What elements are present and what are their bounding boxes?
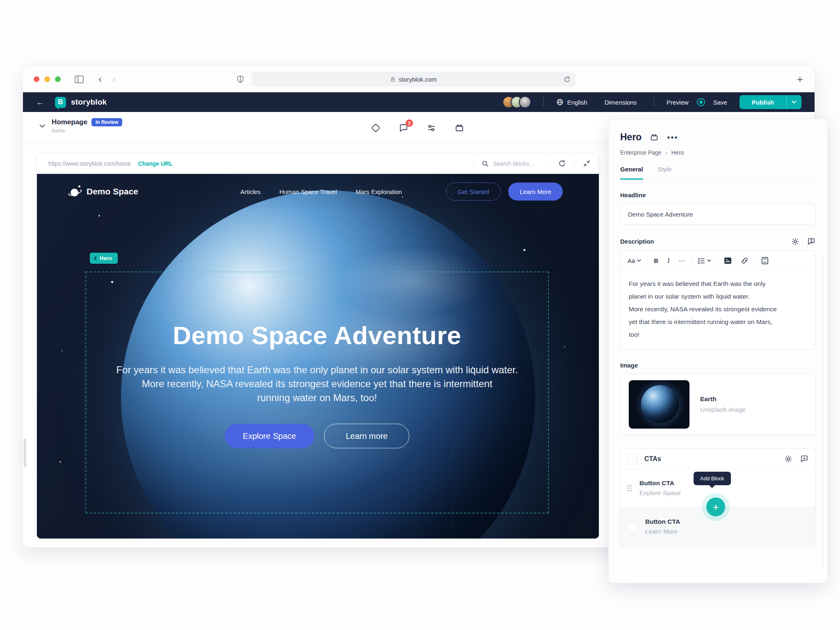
back-button[interactable]: ‹	[98, 74, 102, 84]
block-icon[interactable]	[650, 133, 659, 142]
preview-url: https://www.storyblok.com/home	[48, 160, 131, 167]
add-comment-icon[interactable]: +	[800, 454, 809, 463]
explore-space-button[interactable]: Explore Space	[225, 424, 314, 448]
reload-icon[interactable]	[564, 76, 571, 83]
ctas-label: CTAs	[644, 455, 661, 463]
search-blocks-input[interactable]	[493, 160, 541, 167]
more-options-icon[interactable]: •••	[667, 135, 678, 139]
sidebar-toggle-icon[interactable]	[75, 75, 84, 83]
visual-editor-card: https://www.storyblok.com/home Change UR…	[37, 153, 599, 539]
headline-label: Headline	[620, 192, 816, 199]
collaborator-avatars[interactable]	[502, 96, 531, 108]
field-comment-icon[interactable]: 2	[807, 237, 816, 246]
storyblok-logo[interactable]: B	[55, 97, 66, 108]
insert-link-button[interactable]	[736, 257, 753, 265]
maximize-button[interactable]	[55, 76, 61, 82]
image-asset-card[interactable]: Earth Unsplash image	[620, 374, 816, 435]
refresh-preview-button[interactable]	[550, 153, 574, 173]
publish-menu-button[interactable]	[786, 95, 801, 109]
cta-checkbox[interactable]	[627, 521, 638, 532]
lock-icon	[390, 76, 396, 82]
storyblok-wordmark: storyblok	[71, 98, 107, 107]
page-title-block[interactable]: Homepage In Review home	[52, 118, 122, 134]
change-url-link[interactable]: Change URL	[138, 160, 173, 167]
headline-input[interactable]	[620, 203, 816, 225]
nav-link-mars-exploration[interactable]: Mars Exploration	[356, 188, 402, 195]
minimize-button[interactable]	[44, 76, 50, 82]
save-button[interactable]: Save	[713, 99, 727, 106]
learn-more-hero-button[interactable]: Learn more	[324, 424, 409, 448]
cta-value: Explore Space	[639, 489, 681, 497]
traffic-lights	[34, 76, 61, 82]
italic-button[interactable]: I	[663, 257, 674, 265]
more-formatting-button[interactable]: ⋯	[674, 257, 689, 265]
site-brand[interactable]: Demo Space	[69, 185, 138, 198]
list-dropdown[interactable]	[693, 258, 716, 264]
forward-button[interactable]: ›	[112, 74, 116, 84]
star	[62, 350, 63, 352]
comments-count-badge: 2	[406, 119, 413, 127]
ctas-card: CTAs +	[620, 448, 816, 547]
star	[59, 461, 61, 463]
hero-block-selection[interactable]: Demo Space Adventure For years it was be…	[85, 272, 549, 514]
gear-icon[interactable]	[784, 455, 792, 463]
close-button[interactable]	[34, 76, 39, 82]
learn-more-nav-button[interactable]: Learn More	[508, 183, 563, 201]
breadcrumb-parent[interactable]: Enterprise Page	[620, 149, 661, 156]
block-edit-panel: Hero ••• Enterprise Page › Hero General …	[608, 119, 828, 583]
description-value[interactable]: For years it was believed that Earth was…	[621, 271, 815, 349]
embed-block-button[interactable]	[757, 257, 773, 265]
collapse-view-button[interactable]	[575, 153, 599, 173]
tab-general[interactable]: General	[620, 166, 643, 180]
site-navbar: Demo Space Articles Human Space Travel M…	[37, 174, 599, 209]
image-name: Earth	[700, 395, 746, 403]
nav-link-articles[interactable]: Articles	[240, 188, 260, 195]
comments-icon[interactable]: 2	[399, 123, 409, 133]
search-blocks[interactable]	[473, 160, 550, 167]
add-block-tooltip: Add Block	[694, 472, 731, 485]
editor-url-bar: https://www.storyblok.com/home Change UR…	[37, 153, 599, 174]
text-style-dropdown[interactable]: Aa	[623, 257, 646, 264]
preview-label[interactable]: Preview	[667, 99, 688, 106]
divider	[543, 97, 544, 107]
tab-style[interactable]: Style	[658, 166, 671, 180]
page-chevron-down-icon[interactable]	[39, 124, 45, 128]
gear-icon[interactable]	[791, 237, 799, 246]
rte-toolbar: Aa B I ⋯	[621, 251, 815, 271]
avatar[interactable]	[519, 96, 531, 108]
publish-split-button: Publish	[740, 95, 801, 109]
panel-scrollbar[interactable]	[823, 255, 824, 566]
preview-toggle[interactable]	[697, 98, 705, 106]
drag-handle-icon[interactable]	[627, 484, 632, 492]
dimensions-button[interactable]: Dimensions	[605, 99, 637, 106]
settings-sliders-icon[interactable]	[427, 123, 436, 133]
block-library-icon[interactable]	[454, 123, 464, 133]
site-nav-buttons: Get Started Learn More	[446, 183, 563, 201]
page-slug: home	[52, 128, 122, 134]
privacy-shield-icon[interactable]	[236, 74, 244, 84]
breadcrumb: Enterprise Page › Hero	[620, 149, 816, 156]
address-bar[interactable]: storyblok.com	[251, 72, 575, 87]
site-nav-links: Articles Human Space Travel Mars Explora…	[240, 188, 402, 195]
globe-icon	[556, 98, 564, 106]
nav-link-human-space-travel[interactable]: Human Space Travel	[279, 188, 337, 195]
hero-headline: Demo Space Adventure	[86, 321, 548, 350]
app-back-arrow[interactable]: ←	[36, 98, 44, 107]
star	[523, 249, 525, 251]
hero-block-badge[interactable]: Hero	[90, 253, 118, 264]
cta-type: Button CTA	[645, 518, 680, 525]
new-tab-button[interactable]: +	[797, 73, 803, 86]
language-selector[interactable]: English	[556, 98, 587, 106]
bold-button[interactable]: B	[649, 257, 663, 264]
visual-editor-icon[interactable]	[371, 123, 381, 133]
planet-logo-icon	[69, 185, 81, 198]
insert-image-button[interactable]	[719, 257, 736, 264]
ctas-checkbox[interactable]	[627, 454, 638, 464]
hero-description: For years it was believed that Earth was…	[86, 363, 548, 405]
rich-text-editor[interactable]: Aa B I ⋯	[620, 251, 816, 349]
publish-button[interactable]: Publish	[740, 95, 786, 109]
vertical-scrollbar-thumb[interactable]	[24, 438, 26, 467]
add-block-button[interactable]: +	[706, 498, 725, 516]
status-badge: In Review	[91, 118, 122, 126]
get-started-button[interactable]: Get Started	[446, 183, 501, 201]
